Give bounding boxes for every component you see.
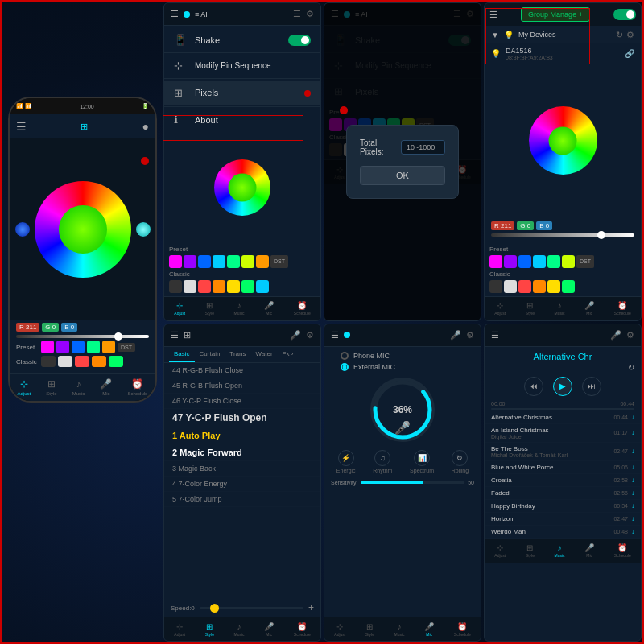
track-croatia[interactable]: Croatia 02:58 ↓ — [485, 474, 641, 487]
dialog-input[interactable]: 10~1000 — [401, 140, 445, 155]
track-dl-6[interactable]: ↓ — [631, 489, 634, 497]
rhythm-icon[interactable]: ♫ — [374, 450, 390, 466]
classic-color-2[interactable] — [58, 356, 72, 367]
external-mic-option[interactable]: External MIC — [341, 363, 481, 371]
panel4-nav-adjust[interactable]: ⊹ Adjust — [174, 622, 185, 637]
effect-2[interactable]: 2 Magic Forward — [164, 444, 320, 461]
menu-icon[interactable]: ☰ — [16, 120, 27, 133]
brightness-slider[interactable] — [16, 335, 149, 338]
phone-mic-option[interactable]: Phone MIC — [341, 352, 481, 360]
p3-sw4[interactable] — [533, 255, 546, 268]
device-refresh-icon[interactable]: ↻ — [616, 30, 623, 40]
swatch-blue[interactable] — [198, 255, 211, 268]
group-toggle[interactable] — [613, 9, 636, 20]
panel5-nav-music[interactable]: ♪ Music — [394, 622, 405, 637]
classic-sw5[interactable] — [227, 280, 240, 293]
panel4-mic-icon[interactable]: 🎤 — [290, 330, 301, 341]
tab-fk[interactable]: Fk › — [278, 347, 299, 362]
panel5-mic-icon[interactable]: 🎤 — [450, 330, 461, 341]
p3-c3[interactable] — [518, 280, 531, 293]
swatch-cyan[interactable] — [213, 255, 225, 268]
expand-icon[interactable]: ▼ — [491, 31, 499, 39]
preset-swatch-2[interactable] — [56, 341, 69, 353]
effect-4[interactable]: 4 7-Color Energy — [164, 477, 320, 492]
preset-dst-btn[interactable]: DST — [270, 255, 288, 268]
track-dl-3[interactable]: ↓ — [631, 448, 634, 455]
panel5-nav-adjust[interactable]: ⊹ Adjust — [334, 622, 345, 637]
swatch-lime[interactable] — [242, 255, 254, 268]
shake-toggle[interactable] — [288, 35, 311, 46]
classic-sw3[interactable] — [198, 280, 211, 293]
swatch-magenta[interactable] — [169, 255, 182, 268]
panel4-nav-style[interactable]: ⊞ Style — [205, 622, 214, 637]
music-progress[interactable] — [491, 408, 634, 410]
track-dl-8[interactable]: ↓ — [631, 515, 634, 522]
p3-sw3[interactable] — [518, 255, 531, 268]
track-weirdo[interactable]: Weirdo Man 00:48 ↓ — [485, 526, 641, 539]
effect-1[interactable]: 1 Auto Play — [164, 427, 320, 444]
panel3-brightness[interactable] — [491, 233, 634, 237]
p3-sw5[interactable] — [547, 255, 560, 268]
color-wheel-container[interactable] — [10, 138, 155, 320]
tab-curtain[interactable]: Curtain — [195, 347, 225, 362]
track-blue-white[interactable]: Blue and White Porce... 05:06 ↓ — [485, 461, 641, 474]
classic-color-4[interactable] — [92, 356, 106, 367]
track-horizon[interactable]: Horizon 02:47 ↓ — [485, 513, 641, 526]
nav-schedule[interactable]: ⏰ Schedule — [127, 378, 147, 396]
classic-sw1[interactable] — [169, 280, 182, 293]
rolling-icon[interactable]: ↻ — [452, 450, 468, 466]
panel3-color-wheel[interactable] — [529, 106, 597, 175]
p3-sw6[interactable] — [562, 255, 575, 268]
p3-sw2[interactable] — [504, 255, 517, 268]
phone-mic-radio[interactable] — [341, 352, 349, 360]
panel1-gear-icon[interactable]: ⚙ — [306, 9, 314, 19]
panel5-nav-schedule[interactable]: ⏰ Schedule — [454, 622, 471, 637]
p3-c1[interactable] — [489, 280, 502, 293]
external-mic-radio[interactable] — [341, 363, 349, 371]
panel1-nav-schedule[interactable]: ⏰ Schedule — [294, 301, 311, 316]
panel5-gear-icon[interactable]: ⚙ — [466, 330, 474, 341]
effect-3[interactable]: 3 Magic Back — [164, 461, 320, 477]
panel6-mic-icon[interactable]: 🎤 — [610, 330, 621, 341]
classic-color-1[interactable] — [41, 356, 56, 367]
modify-pin-item[interactable]: ⊹ Modify Pin Sequence — [164, 55, 320, 76]
track-boss[interactable]: Be The Boss Michal Dvořáček & Tomáš Karl… — [485, 443, 641, 461]
classic-color-3[interactable] — [75, 356, 89, 367]
panel3-nav-mic[interactable]: 🎤 Mic — [584, 301, 594, 316]
swatch-orange[interactable] — [256, 255, 269, 268]
dialog-ok-btn[interactable]: OK — [360, 166, 445, 185]
track-island[interactable]: An Island Christmas Digital Juice 01:17 … — [485, 424, 641, 443]
device-link-icon[interactable]: 🔗 — [625, 49, 634, 58]
p3-sw1[interactable] — [489, 255, 502, 268]
pixels-item[interactable]: ⊞ Pixels — [164, 80, 320, 105]
tab-trans[interactable]: Trans — [225, 347, 250, 362]
color-wheel[interactable] — [35, 181, 131, 278]
shake-item[interactable]: 📱 Shake — [164, 29, 320, 51]
p3-c4[interactable] — [533, 280, 546, 293]
panel6-gear-icon[interactable]: ⚙ — [626, 330, 634, 341]
sensitivity-slider[interactable] — [361, 481, 464, 484]
classic-sw2[interactable] — [184, 280, 196, 293]
p3-c5[interactable] — [547, 280, 560, 293]
speed-plus[interactable]: + — [308, 602, 314, 613]
panel1-nav-mic[interactable]: 🎤 Mic — [264, 301, 274, 316]
energic-icon[interactable]: ⚡ — [338, 450, 354, 466]
panel4-nav-schedule[interactable]: ⏰ Schedule — [294, 622, 311, 637]
next-btn[interactable]: ⏭ — [582, 377, 601, 396]
panel4-nav-mic[interactable]: 🎤 Mic — [264, 622, 274, 637]
effect-47[interactable]: 47 Y-C-P Flush Open — [164, 409, 320, 427]
effect-45[interactable]: 45 R-G-B Flush Open — [164, 378, 320, 394]
panel3-nav-schedule[interactable]: ⏰ Schedule — [614, 301, 631, 316]
device-settings-icon[interactable]: ⚙ — [626, 30, 634, 40]
panel1-color-wheel[interactable] — [214, 159, 270, 216]
nav-mic[interactable]: 🎤 Mic — [100, 378, 112, 396]
track-happy[interactable]: Happy Birthday 00:34 ↓ — [485, 500, 641, 513]
nav-style[interactable]: ⊞ Style — [46, 378, 56, 396]
panel4-nav-music[interactable]: ♪ Music — [234, 622, 245, 637]
effect-46[interactable]: 46 Y-C-P Flush Close — [164, 394, 320, 409]
classic-sw7[interactable] — [256, 280, 269, 293]
panel5-nav-mic[interactable]: 🎤 Mic — [424, 622, 434, 637]
swatch-purple[interactable] — [184, 255, 196, 268]
play-btn[interactable]: ▶ — [553, 377, 572, 396]
track-dl-1[interactable]: ↓ — [631, 414, 634, 421]
